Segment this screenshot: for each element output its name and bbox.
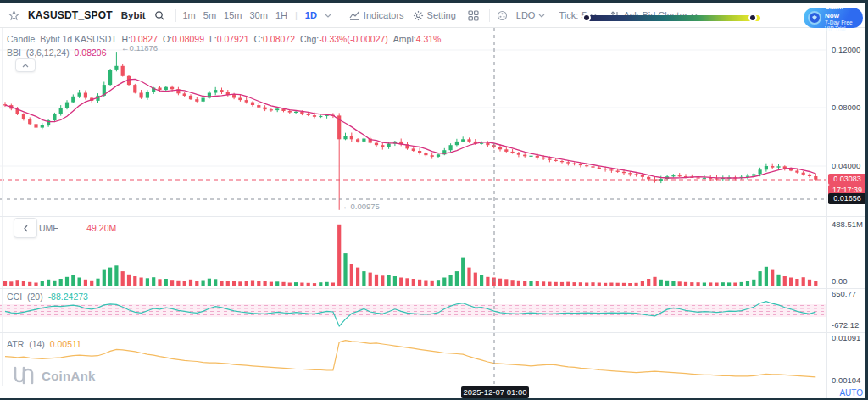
chevron-left-icon — [24, 225, 28, 232]
tab-timeframe-1h[interactable]: 1H — [275, 10, 287, 20]
candle-low-value: 0.07921 — [217, 34, 249, 44]
pane-divider[interactable] — [0, 288, 868, 289]
price-tick-label: 0.08000 — [832, 103, 860, 112]
indicators-button[interactable]: Indicators — [349, 10, 404, 20]
toolbar-separator — [489, 9, 490, 22]
pane-divider — [0, 386, 868, 386]
atr-axis-max: 0.01091 — [832, 334, 860, 342]
setting-button[interactable]: Setting — [413, 10, 456, 21]
svg-text:←0.11876: ←0.11876 — [121, 43, 158, 53]
collapse-legend-button[interactable] — [15, 58, 36, 72]
pane-divider[interactable] — [0, 216, 868, 217]
tab-timeframe-1m[interactable]: 1m — [183, 10, 196, 20]
bbi-value: 0.08206 — [75, 47, 107, 58]
auto-scale-toggle[interactable]: AUTO — [839, 388, 863, 397]
volume-axis-max: 488.51M — [832, 220, 863, 229]
candle-ampl-value: 4.31% — [416, 34, 442, 44]
candle-open-value: 0.08099 — [172, 34, 204, 44]
search-icon[interactable] — [154, 10, 165, 21]
claim-vip-button[interactable]: Claim Now 7-Day Free VIP Trial — [804, 8, 863, 28]
atr-legend-name: ATR — [7, 339, 24, 349]
cci-axis-max: 650.77 — [832, 290, 856, 298]
coin-label: LDO — [516, 10, 536, 20]
indicators-icon — [349, 10, 360, 20]
vip-badge-icon — [808, 11, 821, 25]
claim-now-label: Claim Now — [825, 3, 859, 19]
candle-legend-source: Bybit 1d KASUSDT — [40, 34, 116, 44]
gradient-handle-right[interactable] — [748, 14, 757, 22]
layout-grid-icon[interactable] — [468, 10, 479, 21]
candle-close-value: 0.08072 — [263, 34, 295, 44]
timeframe-chevron-down-icon[interactable] — [325, 14, 331, 18]
atr-params: (14) — [29, 339, 45, 349]
trading-app-window: KASUSDT_SPOT Bybit 1m 5m 15m 30m 1H | 1D… — [0, 0, 868, 400]
price-chart-canvas[interactable]: ←0.11876←0.00975 — [0, 28, 826, 400]
price-axis[interactable]: 0.12000 0.08000 0.04000 0.03083 17:17:39… — [827, 28, 868, 400]
bbi-legend: BBI (3,6,12,24) 0.08206 — [7, 47, 107, 58]
candle-legend: Candle Bybit 1d KASUSDT H:0.0827 O:0.080… — [7, 34, 441, 44]
heatmap-gradient-slider[interactable] — [585, 15, 760, 21]
price-tick-label: 0.04000 — [832, 162, 860, 170]
bbi-legend-name: BBI — [7, 47, 21, 58]
indicators-label: Indicators — [364, 10, 404, 20]
atr-legend: ATR (14) 0.00511 — [7, 339, 81, 349]
symbol-selector[interactable]: KASUSDT_SPOT Bybit — [28, 9, 146, 21]
price-tick-label: 0.12000 — [832, 46, 860, 54]
window-right-edge — [865, 0, 868, 400]
favorite-star-icon[interactable] — [8, 10, 19, 21]
window-top-edge — [0, 0, 868, 3]
tab-timeframe-30m[interactable]: 30m — [249, 10, 267, 20]
candle-change-value: -0.33%(-0.00027) — [319, 34, 388, 44]
cci-legend: CCI (20) -88.24273 — [7, 292, 88, 302]
crosshair-time-badge: 2025-12-07 01:00 — [461, 386, 529, 398]
tab-timeframe-15m[interactable]: 15m — [224, 10, 242, 20]
chevron-up-icon — [22, 64, 29, 68]
volume-axis-min: 0.00 — [832, 277, 848, 286]
candle-high-value: 0.0827 — [131, 34, 158, 44]
cci-legend-name: CCI — [7, 292, 22, 302]
collapse-pane-button[interactable] — [14, 218, 37, 238]
candle-legend-name: Candle — [7, 34, 35, 44]
toolbar-separator — [342, 9, 342, 22]
toolbar-separator — [175, 9, 176, 22]
pane-divider[interactable] — [0, 332, 868, 333]
gear-icon — [413, 10, 424, 21]
tick-label: Tick: — [559, 10, 578, 20]
symbol-name: KASUSDT_SPOT — [28, 9, 113, 21]
atr-axis-min: 0.00104 — [832, 376, 860, 385]
bbi-params: (3,6,12,24) — [26, 47, 70, 58]
tab-timeframe-1d-active[interactable]: 1D — [305, 10, 317, 20]
aperture-icon[interactable] — [497, 10, 508, 21]
setting-label: Setting — [427, 10, 456, 20]
svg-text:←0.00975: ←0.00975 — [342, 202, 380, 211]
cci-params: (20) — [27, 292, 43, 302]
chevron-down-icon — [538, 14, 545, 18]
crosshair-price-badge: 0.01656 — [828, 193, 866, 204]
tab-timeframe-5m[interactable]: 5m — [203, 10, 216, 20]
last-price-badge: 0.03083 — [828, 174, 866, 185]
volume-value: 49.20M — [86, 223, 116, 233]
cci-value: -88.24273 — [48, 292, 88, 302]
gradient-handle-left[interactable] — [582, 14, 591, 22]
coin-dropdown[interactable]: LDO — [516, 10, 546, 20]
atr-value: 0.00511 — [50, 339, 81, 349]
timeframe-divider: | — [295, 10, 298, 20]
cci-axis-min: -672.12 — [832, 321, 859, 330]
chart-area: CoinAnk ←0.11876←0.00975 Candle Bybit 1d… — [0, 28, 868, 400]
exchange-name: Bybit — [121, 10, 146, 20]
toolbar: KASUSDT_SPOT Bybit 1m 5m 15m 30m 1H | 1D… — [0, 3, 868, 28]
vip-trial-label: 7-Day Free VIP Trial — [825, 19, 859, 32]
